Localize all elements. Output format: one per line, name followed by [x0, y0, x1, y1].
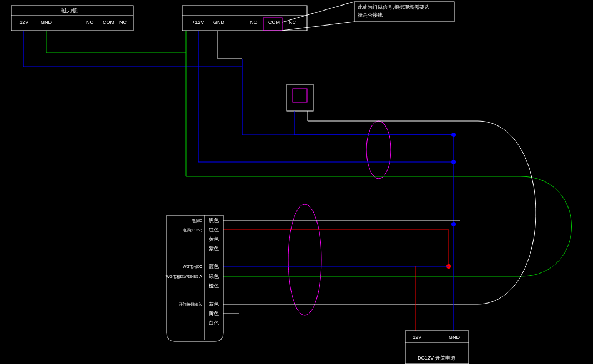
reader-pin-l3: WG韦根D0: [183, 265, 202, 269]
left-pin-com: COM: [103, 19, 114, 25]
left-pin-nc: NC: [119, 19, 127, 25]
reader-color-9: 黄色: [209, 311, 219, 316]
reader-color-7: 橙色: [209, 283, 219, 289]
svg-rect-8: [293, 89, 307, 102]
right-lock-box: +12V GND NO COM NC: [182, 6, 307, 31]
reader-color-8: 灰色: [209, 301, 219, 307]
right-pin-12v: +12V: [192, 19, 204, 25]
reader-color-4: 紫色: [209, 246, 219, 251]
reader-pin-l4: WG韦根D1/RS485-A: [166, 275, 203, 279]
left-pin-gnd: GND: [41, 19, 52, 25]
svg-line-5: [282, 2, 354, 22]
svg-rect-2: [182, 6, 307, 31]
reader-color-2: 红色: [209, 227, 219, 232]
reader-color-10: 白色: [209, 320, 219, 326]
left-pin-no: NO: [86, 19, 94, 25]
psu-box: +12V GND DC12V 开关电源: [405, 331, 469, 364]
psu-title: DC12V 开关电源: [418, 355, 455, 361]
left-lock-box: 磁力锁 +12V GND NO COM NC: [11, 6, 133, 31]
cable-bundle-upper-icon: [366, 121, 391, 179]
reader-color-1: 黑色: [209, 218, 219, 223]
left-pin-12v: +12V: [17, 19, 28, 25]
note-callout: 此处为门磁信号,根据现场需要选 择是否接线: [282, 2, 454, 31]
right-pin-com: COM: [268, 19, 280, 25]
note-line1: 此处为门磁信号,根据现场需要选: [358, 4, 429, 10]
svg-rect-7: [287, 84, 313, 111]
reader-color-3: 黄色: [209, 236, 219, 242]
cable-bundle-lower-icon: [288, 204, 321, 315]
psu-pin-gnd: GND: [449, 335, 460, 340]
note-line2: 择是否接线: [358, 12, 383, 18]
right-pin-gnd: GND: [213, 19, 225, 25]
reader-pin-l5: 开门按钮输入: [179, 302, 202, 307]
wiring-diagram: 磁力锁 +12V GND NO COM NC +12V GND NO COM N…: [0, 0, 593, 364]
middle-device: [287, 84, 313, 135]
reader-pin-l2: 电源(+12V): [183, 228, 202, 232]
right-pin-no: NO: [250, 19, 258, 25]
left-box-title: 磁力锁: [61, 7, 78, 13]
reader-color-6: 绿色: [209, 274, 219, 279]
reader-pin-l1: 电源D: [192, 219, 202, 223]
reader-color-5: 蓝色: [209, 264, 219, 269]
psu-pin-12v: +12V: [410, 335, 421, 340]
reader-box: 电源D 电源(+12V) WG韦根D0 WG韦根D1/RS485-A 开门按钮输…: [166, 215, 223, 341]
